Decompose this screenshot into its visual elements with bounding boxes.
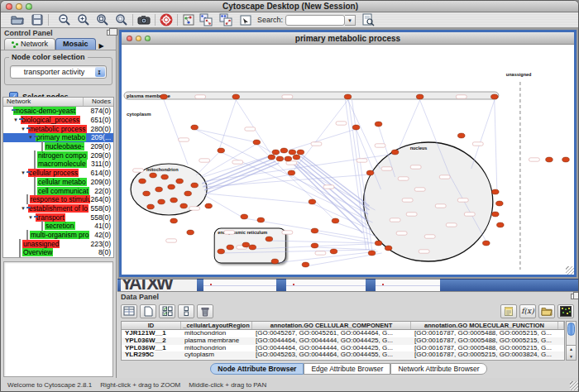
network-node[interactable] [191,183,199,188]
tree-row[interactable]: macromolecule311(0) [3,160,113,169]
background-window-preview[interactable] [203,279,276,291]
search-options-dropdown[interactable]: ▼ [345,15,356,26]
network-node[interactable] [289,150,296,155]
network-node[interactable] [253,140,261,145]
network-node[interactable] [241,214,248,219]
network-node[interactable] [482,241,490,246]
network-node[interactable] [242,242,250,247]
network-node[interactable] [143,191,151,196]
network-view-window[interactable]: primary metabolic process plasma membran… [119,30,577,277]
tree-row[interactable]: Overview8(0) [3,248,113,257]
scrollbar-arrows[interactable]: ▲▼ [567,345,576,360]
help-lifering-icon[interactable] [160,13,173,26]
search-input[interactable] [285,15,345,26]
network-node[interactable] [257,218,265,222]
node-color-dropdown[interactable]: transporter activity [10,65,107,79]
table-cell[interactable]: [GO:0016787, GO:0005488, GO:0005215, G..… [411,345,558,352]
table-row[interactable]: YPL036W__1mitochondrion[GO:0044464, GO:0… [122,345,564,352]
tree-row[interactable]: cell communicat22(0) [3,186,113,195]
scrollbar-thumb[interactable] [567,323,575,336]
background-window-preview[interactable] [286,279,366,291]
tree-expand-arrow[interactable]: ▼ [20,206,26,211]
tree-row[interactable]: ▼metabolic process280(0) [3,124,113,133]
network-node[interactable] [491,94,499,99]
network-node[interactable] [385,246,392,251]
import-attributes-icon[interactable] [239,13,252,26]
new-attribute-icon[interactable] [140,304,156,318]
network-node[interactable] [147,204,155,209]
network-node[interactable] [288,170,295,175]
background-window-edge[interactable] [197,279,203,291]
tree-expand-arrow[interactable]: ▼ [12,117,19,122]
tree-row[interactable]: ▼primary metabo209(... [3,133,113,142]
network-node[interactable] [160,94,168,99]
tree-row[interactable]: mosaic-demo-yeast874(0) [3,107,113,116]
network-node[interactable] [457,133,465,138]
network-node[interactable] [268,155,275,160]
network-window-titlebar[interactable]: primary metabolic process [122,32,574,45]
table-cell[interactable]: cytoplasm [181,359,252,361]
zoom-fit-icon[interactable] [96,13,109,26]
table-cell[interactable]: [GO:0045263, GO:0044464, GO:0044455, G..… [252,351,411,359]
network-node[interactable] [266,237,273,241]
network-node[interactable] [562,157,570,162]
network-node[interactable] [156,187,163,192]
tree-row[interactable]: response to stimulu264(0) [3,195,113,204]
table-cell[interactable]: [GO:0016787, GO:0005215, GO:0003824, G..… [411,351,558,359]
network-node[interactable] [352,125,360,130]
network-node[interactable] [311,228,318,233]
tree-row[interactable]: ▼cellular process614(0) [3,169,113,178]
background-window-edge[interactable] [440,279,579,291]
select-attributes-icon[interactable] [159,304,175,318]
network-node[interactable] [161,174,169,179]
table-cell[interactable]: [GO:0045267, GO:0045261, GO:0044464, G..… [252,330,411,337]
background-window-edge[interactable] [276,279,286,291]
network-node[interactable] [496,201,504,206]
tree-row[interactable]: multi-organism pro42(0) [3,231,113,240]
tab-network-attribute-browser[interactable]: Network Attribute Browser [390,363,486,375]
network-node[interactable] [302,262,309,267]
network-node[interactable] [293,155,300,160]
network-node[interactable] [366,170,374,175]
table-cell[interactable]: plasma membrane [181,337,252,345]
attribute-table-icon[interactable] [121,304,137,318]
tree-row[interactable]: secretion41(0) [3,222,113,231]
vizmapper-icon[interactable] [182,13,195,26]
network-node[interactable] [375,241,382,246]
formula-builder-icon[interactable]: f(x) [519,304,536,318]
table-cell[interactable]: cytoplasm [181,351,252,359]
tab-edge-attribute-browser[interactable]: Edge Attribute Browser [304,363,390,375]
network-node[interactable] [492,189,500,194]
import-attribute-file-icon[interactable] [538,304,555,318]
import-network-table-icon[interactable] [219,13,232,26]
network-node[interactable] [184,191,192,196]
snapshot-camera-icon[interactable] [137,13,151,26]
network-node[interactable] [280,148,288,153]
network-node[interactable] [311,243,318,248]
table-row[interactable]: YJR121W__1mitochondrion[GO:0045267, GO:0… [122,330,564,337]
tree-expand-arrow[interactable]: ▼ [27,135,34,140]
tree-row[interactable]: cellular metabo209(0) [3,178,113,187]
network-node[interactable] [205,203,213,208]
table-cell[interactable]: YKR052C [122,359,181,361]
attribute-table-header[interactable]: ID _cellularLayoutRegion annotation.GO C… [122,322,564,330]
tree-expand-arrow[interactable]: ▼ [20,127,26,131]
network-node[interactable] [170,198,178,203]
app-resize-grip[interactable] [570,381,579,390]
network-node[interactable] [368,251,376,256]
save-session-icon[interactable] [31,13,44,26]
table-scrollbar[interactable]: ▲▼ [566,321,577,361]
network-node[interactable] [375,122,382,127]
network-node[interactable] [271,259,279,264]
tree-row[interactable]: nitrogen compo209(0) [3,151,113,160]
network-node[interactable] [344,94,352,99]
network-node[interactable] [391,150,399,155]
network-node[interactable] [416,94,423,99]
network-node[interactable] [176,179,184,184]
tab-node-attribute-browser[interactable]: Node Attribute Browser [210,363,304,375]
network-node[interactable] [497,222,505,227]
network-node[interactable] [227,245,234,250]
zoom-selected-region-icon[interactable] [115,13,128,26]
network-node[interactable] [330,249,337,254]
background-windows-strip[interactable]: YATXW [117,279,579,291]
